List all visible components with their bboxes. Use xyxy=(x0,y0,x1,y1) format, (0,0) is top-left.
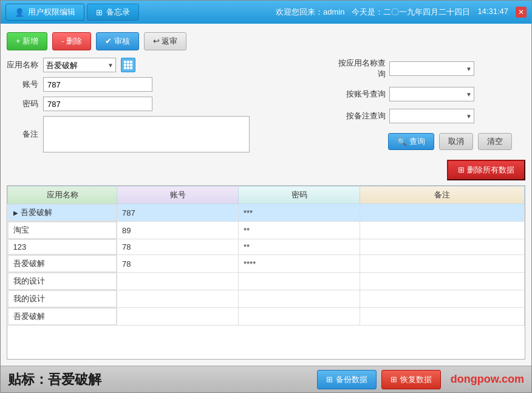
cell-password: **** xyxy=(239,255,360,273)
delete-all-icon: ⊞ xyxy=(458,165,465,174)
tab-user-permissions[interactable]: 👤 用户权限编辑 xyxy=(5,4,84,21)
cell-account: 78 xyxy=(117,239,239,255)
watermark: dongpow.com xyxy=(451,373,524,386)
cell-password: ** xyxy=(239,222,360,239)
col-app-header: 应用名称 xyxy=(8,186,117,204)
tab-memo[interactable]: ⊞ 备忘录 xyxy=(87,4,139,21)
by-note-select-wrapper: ▼ xyxy=(389,109,474,123)
left-form: 应用名称 吾爱破解 ▼ xyxy=(7,58,321,180)
cell-app: 我的设计 xyxy=(8,273,117,290)
bottom-buttons: ⊞ 备份数据 ⊞ 恢复数据 dongpow.com xyxy=(317,370,524,389)
cell-password xyxy=(239,308,360,326)
main-content: + 新增 - 删除 ✔ 审核 ↩ 返审 应用名称 吾爱破解 xyxy=(1,24,531,366)
app-name-row: 应用名称 吾爱破解 ▼ xyxy=(7,58,321,72)
data-table: 应用名称 账号 密码 备注 ▶ 吾爱破解787***淘宝89**12378**吾… xyxy=(7,186,525,326)
cell-note xyxy=(360,222,525,239)
toolbar: + 新增 - 删除 ✔ 审核 ↩ 返审 xyxy=(7,30,525,53)
by-account-select[interactable] xyxy=(389,87,474,101)
by-app-select[interactable] xyxy=(389,61,474,76)
cancel-button[interactable]: 取消 xyxy=(439,133,473,150)
delete-all-row: ⊞ 删除所有数据 xyxy=(331,160,525,180)
grid-button[interactable] xyxy=(121,58,135,72)
title-bar: 👤 用户权限编辑 ⊞ 备忘录 欢迎您回来：admin 今天是：二〇一九年四月二十… xyxy=(1,1,531,24)
password-input[interactable] xyxy=(43,97,152,111)
note-row: 备注 xyxy=(7,116,321,152)
app-name-label: 应用名称 xyxy=(7,60,38,70)
cell-account: 78 xyxy=(117,255,239,273)
bottom-label: 贴标：吾爱破解 xyxy=(8,371,317,389)
cell-account xyxy=(117,308,239,326)
by-note-label: 按备注查询 xyxy=(331,111,386,121)
by-account-select-wrapper: ▼ xyxy=(389,87,474,101)
approve-button[interactable]: ✔ 审核 xyxy=(96,32,139,50)
account-label: 账号 xyxy=(7,79,38,90)
cell-app: 123 xyxy=(8,239,117,255)
account-row: 账号 xyxy=(7,77,321,92)
add-button[interactable]: + 新增 xyxy=(7,32,47,50)
table-row[interactable]: 吾爱破解78**** xyxy=(8,255,525,273)
note-textarea[interactable] xyxy=(43,116,250,152)
cell-note xyxy=(360,204,525,222)
query-button[interactable]: 🔍 查询 xyxy=(388,133,434,150)
cell-password: *** xyxy=(239,204,360,222)
search-icon: 🔍 xyxy=(397,137,407,146)
cell-password: ** xyxy=(239,239,360,255)
table-row[interactable]: 淘宝89** xyxy=(8,222,525,239)
cell-note xyxy=(360,290,525,308)
table-row[interactable]: ▶ 吾爱破解787*** xyxy=(8,204,525,222)
backup-button[interactable]: ⊞ 备份数据 xyxy=(317,370,377,389)
row-arrow-icon: ▶ xyxy=(13,210,18,216)
main-window: 👤 用户权限编辑 ⊞ 备忘录 欢迎您回来：admin 今天是：二〇一九年四月二十… xyxy=(0,0,532,393)
return-button[interactable]: ↩ 返审 xyxy=(144,32,187,50)
cell-app: 吾爱破解 xyxy=(8,308,117,325)
cell-app: ▶ 吾爱破解 xyxy=(8,204,117,221)
title-info: 欢迎您回来：admin 今天是：二〇一九年四月二十四日 14:31:47 xyxy=(276,7,508,18)
password-label: 密码 xyxy=(7,98,38,109)
query-buttons: 🔍 查询 取消 清空 xyxy=(388,133,525,150)
clear-button[interactable]: 清空 xyxy=(478,133,512,150)
cell-app: 吾爱破解 xyxy=(8,255,117,272)
right-form: 按应用名称查询 ▼ 按账号查询 ▼ 按备注查询 xyxy=(331,58,525,180)
password-row: 密码 xyxy=(7,97,321,111)
bottom-bar: 贴标：吾爱破解 ⊞ 备份数据 ⊞ 恢复数据 dongpow.com xyxy=(1,366,531,392)
by-account-row: 按账号查询 ▼ xyxy=(331,87,525,101)
app-name-select-wrapper: 吾爱破解 ▼ xyxy=(43,58,116,72)
by-app-select-wrapper: ▼ xyxy=(389,61,474,76)
by-app-row: 按应用名称查询 ▼ xyxy=(331,58,525,80)
note-label: 备注 xyxy=(7,129,38,140)
cell-account xyxy=(117,273,239,290)
account-input[interactable] xyxy=(43,77,152,92)
cell-password xyxy=(239,273,360,290)
cell-note xyxy=(360,255,525,273)
restore-button[interactable]: ⊞ 恢复数据 xyxy=(381,370,441,389)
by-app-label: 按应用名称查询 xyxy=(331,58,386,80)
col-note-header: 备注 xyxy=(360,186,525,204)
table-header-row: 应用名称 账号 密码 备注 xyxy=(8,186,525,204)
data-table-wrapper[interactable]: 应用名称 账号 密码 备注 ▶ 吾爱破解787***淘宝89**12378**吾… xyxy=(7,185,525,360)
table-row[interactable]: 我的设计 xyxy=(8,290,525,308)
delete-button[interactable]: - 删除 xyxy=(52,32,91,50)
cell-account xyxy=(117,290,239,308)
grid-icon xyxy=(124,61,132,69)
by-note-select[interactable] xyxy=(389,109,474,123)
table-row[interactable]: 12378** xyxy=(8,239,525,255)
col-password-header: 密码 xyxy=(239,186,360,204)
cell-account: 787 xyxy=(117,204,239,222)
cell-note xyxy=(360,308,525,326)
by-note-row: 按备注查询 ▼ xyxy=(331,109,525,123)
cell-app: 淘宝 xyxy=(8,222,117,239)
delete-all-button[interactable]: ⊞ 删除所有数据 xyxy=(447,160,525,180)
table-row[interactable]: 吾爱破解 xyxy=(8,308,525,326)
cell-password xyxy=(239,290,360,308)
form-area: 应用名称 吾爱破解 ▼ xyxy=(7,58,525,180)
cell-note xyxy=(360,273,525,290)
table-row[interactable]: 我的设计 xyxy=(8,273,525,290)
user-icon: 👤 xyxy=(15,8,24,17)
restore-icon: ⊞ xyxy=(390,375,397,384)
close-button[interactable]: ✕ xyxy=(516,7,527,18)
backup-icon: ⊞ xyxy=(326,375,333,384)
cell-app: 我的设计 xyxy=(8,290,117,307)
by-account-label: 按账号查询 xyxy=(331,89,386,100)
app-name-select[interactable]: 吾爱破解 xyxy=(43,58,116,72)
col-account-header: 账号 xyxy=(117,186,239,204)
